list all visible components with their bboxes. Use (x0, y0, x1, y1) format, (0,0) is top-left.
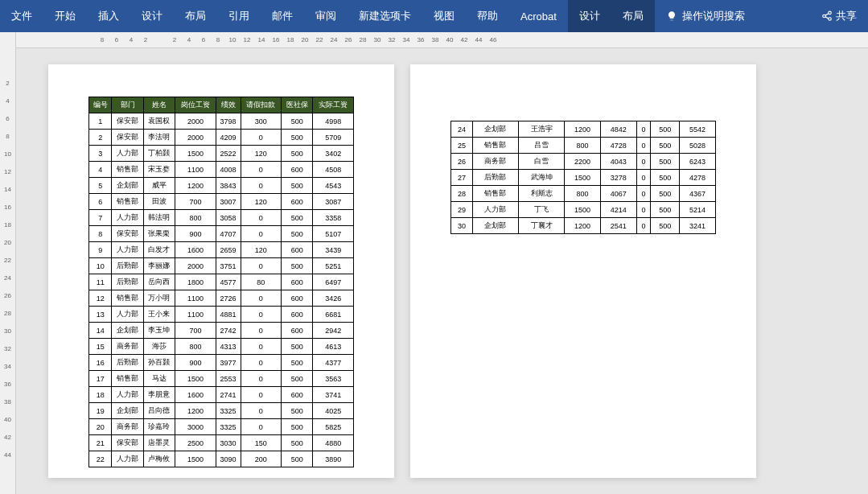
table-cell: 2500 (175, 435, 216, 451)
table-cell: 600 (282, 194, 313, 210)
table-cell: 5214 (680, 202, 716, 218)
ruler-mark: 36 (4, 375, 11, 393)
tab-design[interactable]: 设计 (130, 0, 174, 32)
tab-view[interactable]: 视图 (422, 0, 466, 32)
table-cell: 马达 (143, 371, 175, 387)
ruler-mark: 12 (241, 36, 253, 43)
table-cell: 0 (636, 202, 651, 218)
tab-home[interactable]: 开始 (43, 0, 87, 32)
tab-insert[interactable]: 插入 (87, 0, 130, 32)
table-cell: 4067 (600, 186, 636, 202)
table-cell: 后勤部 (112, 274, 143, 290)
table-cell: 3 (89, 146, 112, 162)
share-button[interactable]: 共享 (810, 9, 868, 23)
table-cell: 丁柏颢 (143, 146, 175, 162)
ruler-mark: 4 (6, 92, 9, 109)
table-cell: 5107 (313, 226, 354, 242)
table-cell: 0 (241, 323, 282, 339)
share-icon (821, 10, 833, 22)
table-cell: 600 (282, 242, 313, 258)
table-cell: 4508 (313, 162, 354, 178)
table-cell: 0 (636, 218, 651, 234)
tab-help[interactable]: 帮助 (466, 0, 509, 32)
table-cell: 0 (636, 138, 651, 154)
table-cell: 武海坤 (518, 170, 564, 186)
tab-layout2[interactable]: 布局 (611, 0, 655, 32)
table-cell: 0 (241, 130, 282, 146)
table-cell: 600 (282, 307, 313, 323)
ruler-mark: 14 (4, 180, 11, 198)
table-cell: 0 (241, 290, 282, 307)
tab-references[interactable]: 引用 (217, 0, 261, 32)
table-cell: 2942 (313, 323, 354, 339)
document-canvas: 编号部门姓名岗位工资绩效请假扣款医社保实际工资 1保安部袁国权200037983… (16, 48, 868, 494)
table-cell: 2522 (216, 146, 241, 162)
table-cell: 16 (89, 355, 112, 371)
table-cell: 1600 (175, 242, 216, 258)
tab-layout[interactable]: 布局 (174, 0, 217, 32)
table-cell: 0 (241, 226, 282, 242)
table-cell: 2659 (216, 242, 241, 258)
table-cell: 人力部 (472, 202, 518, 218)
table-cell: 李朋意 (143, 387, 175, 403)
table-row: 24企划部王浩宇1200484205005542 (451, 121, 716, 138)
ruler-mark: 34 (401, 36, 412, 43)
ruler-mark: 34 (4, 357, 11, 375)
table-cell: 900 (175, 355, 216, 371)
table-cell: 500 (282, 339, 313, 355)
table-cell: 4278 (680, 170, 716, 186)
table-cell: 1500 (565, 202, 601, 218)
table-cell: 0 (241, 307, 282, 323)
table-cell: 吕向德 (143, 403, 175, 419)
lightbulb-icon (666, 10, 677, 22)
table-cell: 500 (651, 138, 680, 154)
ruler-mark: 22 (4, 251, 11, 269)
table-cell: 2 (89, 130, 112, 146)
tab-file[interactable]: 文件 (0, 0, 43, 32)
table-cell: 15 (89, 339, 112, 355)
table-cell: 保安部 (112, 435, 143, 451)
table-cell: 3426 (313, 290, 354, 307)
table-cell: 26 (451, 154, 473, 170)
table-cell: 150 (241, 435, 282, 451)
ruler-mark: 32 (386, 36, 397, 43)
table-cell: 珍嘉玲 (143, 419, 175, 435)
table-cell: 唐墨灵 (143, 435, 175, 451)
table-cell: 0 (241, 258, 282, 274)
table-row: 2保安部李法明2000420905005709 (89, 130, 354, 146)
table-row: 27后勤部武海坤1500327805004278 (451, 170, 716, 186)
table-cell: 4313 (216, 339, 241, 355)
table-cell: 销售部 (112, 162, 143, 178)
table-cell: 销售部 (112, 290, 143, 307)
table-cell: 2541 (600, 218, 636, 234)
tab-acrobat[interactable]: Acrobat (509, 0, 568, 32)
search-box[interactable]: 操作说明搜索 (655, 9, 756, 23)
tab-review[interactable]: 审阅 (304, 0, 348, 32)
table-cell: 29 (451, 202, 473, 218)
search-placeholder: 操作说明搜索 (682, 9, 745, 23)
table-cell: 2000 (175, 258, 216, 274)
table-cell: 600 (282, 162, 313, 178)
table-cell: 1500 (175, 146, 216, 162)
ruler-mark: 18 (4, 216, 11, 233)
tab-mail[interactable]: 邮件 (261, 0, 304, 32)
table-cell: 120 (241, 194, 282, 210)
tab-design2[interactable]: 设计 (568, 0, 611, 32)
table-cell: 120 (241, 242, 282, 258)
table-cell: 3890 (313, 451, 354, 467)
table-cell: 威平 (143, 178, 175, 194)
table-row: 30企划部丁襄才1200254105003241 (451, 218, 716, 234)
table-cell: 200 (241, 451, 282, 467)
ruler-mark: 18 (285, 36, 296, 43)
ruler-mark: 30 (372, 36, 383, 43)
table-cell: 500 (282, 403, 313, 419)
ruler-mark: 40 (4, 410, 11, 428)
ruler-mark: 20 (299, 36, 311, 43)
table-cell: 500 (282, 146, 313, 162)
ruler-mark: 8 (212, 36, 224, 43)
table-cell: 后勤部 (112, 258, 143, 274)
table-row: 29人力部丁飞1500421405005214 (451, 202, 716, 218)
table-cell: 5825 (313, 419, 354, 435)
tab-new[interactable]: 新建选项卡 (348, 0, 422, 32)
table-cell: 10 (89, 258, 112, 274)
